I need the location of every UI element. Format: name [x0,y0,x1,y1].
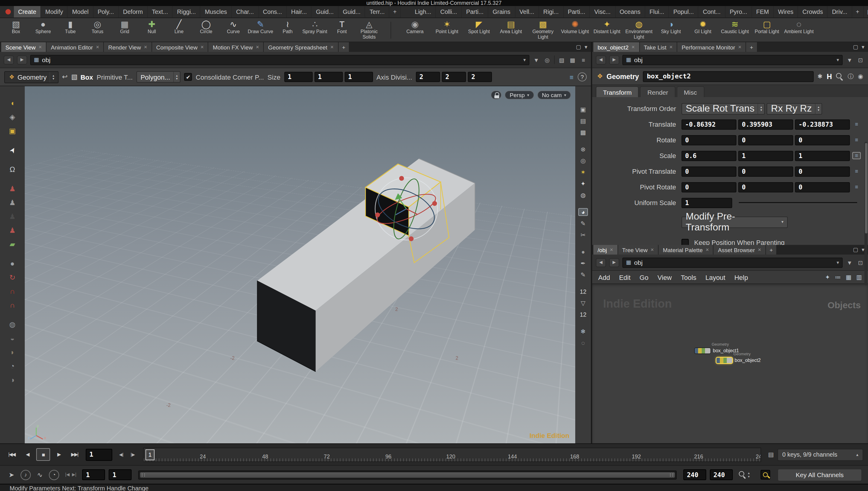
pane-tab[interactable]: Composite View × [152,42,208,52]
motion-curve-icon[interactable]: ∿ [34,471,45,479]
shelf-tab-add-button[interactable]: + [390,6,401,18]
parameter-scrollbar[interactable] [864,142,867,285]
show-templates-icon[interactable]: ▣ [7,126,18,136]
range-right-handle[interactable] [670,473,673,476]
pane-tab[interactable]: Scene View × [1,42,46,52]
close-icon[interactable]: × [256,44,259,50]
hook-tool-icon[interactable]: ↻ [7,272,18,282]
path-field[interactable]: ▦ obj ▾ [30,55,529,65]
parameter-tab[interactable]: Misc [677,86,704,97]
pose-tool-icon[interactable]: ♟ [7,184,18,194]
snowflake-icon[interactable]: ❄ [578,327,588,336]
parameter-field[interactable]: -0.86392 [681,119,736,129]
shelf-menu-icon[interactable]: ▦ [864,8,868,15]
text-size-icon[interactable]: 12 [578,288,588,295]
chevron-down-icon[interactable]: ▾ [523,57,526,62]
label-tag-icon[interactable]: ▩ [578,128,588,136]
close-icon[interactable]: × [706,247,709,253]
pane-menu-icon[interactable]: ▾ [862,44,864,50]
forward-button[interactable]: ▶ [17,55,27,64]
shelf-tab[interactable]: Popul... [669,6,699,18]
camera-button[interactable]: No cam ▾ [537,90,571,99]
add-pane-tab-button[interactable]: + [766,245,777,255]
transform-order-dropdown[interactable]: Scale Rot Trans ▲▼ [681,103,765,114]
shelf-tool[interactable]: ✚ Null [138,18,165,41]
shelf-tool[interactable]: ▧ Box [2,18,30,41]
houdini-logo-icon[interactable]: H [827,72,832,81]
close-icon[interactable]: × [144,44,147,50]
pane-tab[interactable]: /obj × [593,245,617,255]
parameter-field[interactable]: 1 [738,150,793,161]
keyframe-pointer-icon[interactable]: ➤ [6,471,17,479]
parameter-field[interactable]: 0 [795,135,850,145]
wireframe-icon[interactable]: ✎ [578,220,588,227]
shelf-tool[interactable]: ◌ Ambient Light [783,18,815,41]
headlight-icon[interactable]: ◎ [578,157,588,165]
shelf-tab[interactable]: Oceans [615,6,645,18]
shelf-tool[interactable]: ◍ Environment Light [623,18,655,41]
menu-item[interactable]: Layout [705,273,725,281]
link-icon[interactable]: ⊡ [857,56,864,63]
key-icon[interactable] [761,470,770,480]
parameter-menu-icon[interactable]: ≡ [852,168,861,174]
ragdoll-tool-icon[interactable]: ♟ [7,212,18,221]
shelf-tab[interactable]: Muscles [201,6,232,18]
pane-menu-icon[interactable]: ▾ [862,247,864,253]
axis-divisions-field[interactable]: 2 [468,72,492,82]
shelf-tab[interactable]: Terr... [365,6,390,18]
parameter-field[interactable]: 0 [681,166,736,176]
show-handles-icon[interactable]: ◖ [7,98,18,108]
shelf-tool[interactable]: ≋ Caustic Light [719,18,751,41]
shelf-tab[interactable]: Cont... [699,6,726,18]
shelf-tool[interactable]: ◤ Spot Light [463,18,495,41]
scissors-icon[interactable]: ✂ [578,231,588,239]
close-icon[interactable]: × [758,247,761,253]
pane-tab[interactable]: Asset Browser × [714,245,765,255]
pane-tab[interactable]: Motion FX View × [208,42,263,52]
orbit-tool-icon[interactable]: ◍ [7,320,18,329]
mirror-tool-icon[interactable]: ◑ [7,375,18,385]
playhead[interactable]: 1 [145,449,155,460]
shelf-tab[interactable]: Colli... [436,6,462,18]
shading-mode-icon[interactable]: ◕ [578,208,588,216]
uniform-scale-slider[interactable] [739,202,857,204]
magnet-tool-icon[interactable]: ∩ [7,287,18,296]
pane-tab[interactable]: Take List × [640,42,677,52]
realtime-toggle-icon[interactable]: ◔ [49,470,59,480]
shelf-tab[interactable]: Text... [147,6,173,18]
range-start-field[interactable]: 1 [82,469,105,480]
menu-item[interactable]: Help [734,273,748,281]
point-marker-icon[interactable]: ● [578,248,588,256]
back-button[interactable]: ◀ [596,258,606,267]
close-icon[interactable]: × [200,44,204,50]
shelf-tab[interactable]: Crowds [798,6,828,18]
pane-tab[interactable]: Material Palette × [659,245,713,255]
close-icon[interactable]: × [39,44,42,50]
select-tool-icon[interactable]: ➤ [5,143,19,157]
bone-tool-icon[interactable]: ▰ [7,239,18,249]
shelf-tab[interactable]: Guid... [339,6,365,18]
parameter-field[interactable]: 0.6 [681,150,736,161]
parameter-field[interactable]: 0 [795,182,850,192]
shelf-tab[interactable]: Pyro... [726,6,752,18]
parameter-menu-icon[interactable]: ≡ [852,121,861,127]
shelf-tab[interactable]: Parti... [462,6,488,18]
pin-icon[interactable]: ▼ [846,56,853,63]
axis-divisions-field[interactable]: 2 [416,72,440,82]
shelf-tab-add-button[interactable]: + [852,6,864,18]
close-icon[interactable]: × [331,44,334,50]
secure-selection-lock-icon[interactable]: Ω [7,165,18,174]
shelf-tab[interactable]: Ligh... [411,6,436,18]
parameter-field[interactable]: 0 [738,135,793,145]
parameter-field[interactable]: 1 [795,150,850,161]
env-sphere-icon[interactable]: ◔ [7,361,18,371]
range-left-handle[interactable] [142,473,145,476]
gear-icon[interactable]: ✱ [817,73,822,80]
shelf-tab[interactable]: Hair... [287,6,311,18]
lamp-icon[interactable]: ✦ [578,180,588,187]
flipbook-icon[interactable]: ▤ [768,451,774,458]
shelf-tab[interactable]: Driv... [828,6,852,18]
pane-maximize-icon[interactable]: ▢ [853,44,858,50]
pane-tab[interactable]: Performance Monitor × [677,42,746,52]
network-thumbnails-icon[interactable]: ▥ [856,274,862,281]
